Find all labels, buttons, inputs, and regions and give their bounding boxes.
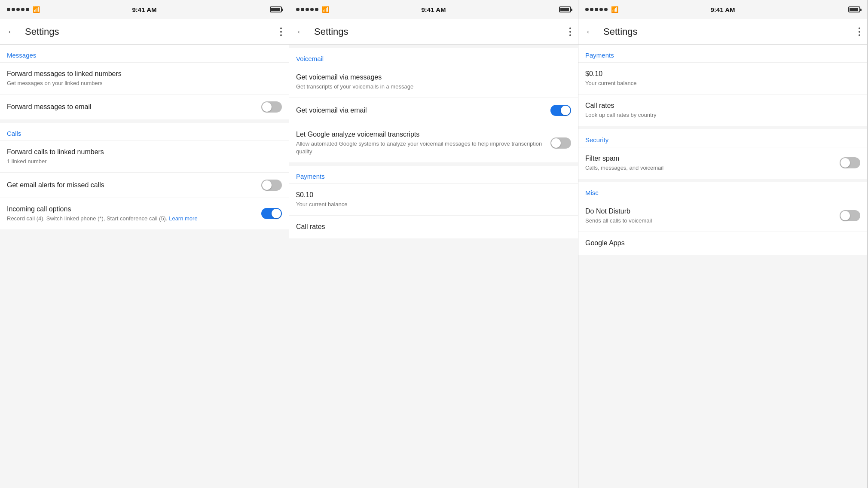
security-header: Security: [578, 129, 867, 147]
page-title-middle: Settings: [314, 26, 569, 37]
incoming-call-options-subtitle: Record call (4), Switch linked phone (*)…: [7, 215, 254, 223]
filter-spam-item[interactable]: Filter spam Calls, messages, and voicema…: [578, 147, 867, 179]
forward-to-email-toggle[interactable]: [261, 101, 282, 113]
calls-header: Calls: [0, 123, 289, 140]
forward-to-email-title: Forward messages to email: [7, 103, 254, 112]
incoming-call-options-text: Incoming call options Record call (4), S…: [7, 205, 261, 223]
back-button-left[interactable]: ←: [7, 26, 16, 37]
panel-left: 📶 9:41 AM ← Settings Messages Forward me…: [0, 0, 289, 488]
payments-header-mid: Payments: [289, 166, 578, 183]
call-rates-mid-text: Call rates: [296, 223, 571, 232]
call-rates-mid-item[interactable]: Call rates: [289, 215, 578, 238]
voicemail-via-email-text: Get voicemail via email: [296, 106, 550, 115]
status-left-right: 📶: [585, 6, 618, 13]
forward-calls-linked-item[interactable]: Forward calls to linked numbers 1 linked…: [0, 140, 289, 172]
status-bar-right: 📶 9:41 AM: [578, 0, 867, 19]
email-alerts-toggle[interactable]: [261, 180, 282, 191]
voicemail-via-messages-title: Get voicemail via messages: [296, 73, 564, 82]
call-rates-right-title: Call rates: [585, 101, 853, 110]
voicemail-header: Voicemail: [289, 48, 578, 66]
google-apps-title: Google Apps: [585, 239, 853, 248]
forward-to-email-item[interactable]: Forward messages to email: [0, 94, 289, 119]
voicemail-email-toggle[interactable]: [550, 105, 571, 116]
more-button-middle[interactable]: [569, 27, 571, 36]
google-analyze-item[interactable]: Let Google analyze voicemail transcripts…: [289, 123, 578, 162]
status-bar-left: 📶 9:41 AM: [0, 0, 289, 19]
app-bar-middle: ← Settings: [289, 19, 578, 45]
do-not-disturb-item[interactable]: Do Not Disturb Sends all calls to voicem…: [578, 200, 867, 232]
back-button-middle[interactable]: ←: [296, 26, 306, 37]
more-button-left[interactable]: [280, 27, 282, 36]
balance-mid-title: $0.10: [296, 191, 564, 200]
voicemail-via-email-title: Get voicemail via email: [296, 106, 544, 115]
forward-calls-linked-subtitle: 1 linked number: [7, 158, 275, 165]
incoming-call-options-item[interactable]: Incoming call options Record call (4), S…: [0, 198, 289, 229]
do-not-disturb-subtitle: Sends all calls to voicemail: [585, 217, 833, 225]
settings-content-middle: Voicemail Get voicemail via messages Get…: [289, 45, 578, 488]
balance-mid-subtitle: Your current balance: [296, 201, 564, 208]
balance-right-text: $0.10 Your current balance: [585, 70, 860, 87]
email-alerts-missed-text: Get email alerts for missed calls: [7, 181, 261, 190]
filter-spam-title: Filter spam: [585, 154, 833, 163]
status-time-right: 9:41 AM: [711, 6, 735, 13]
call-rates-mid-title: Call rates: [296, 223, 564, 232]
back-button-right[interactable]: ←: [585, 26, 595, 37]
signal-dots-right: [585, 8, 608, 11]
payments-section-right: Payments $0.10 Your current balance Call…: [578, 45, 867, 126]
voicemail-via-messages-text: Get voicemail via messages Get transcrip…: [296, 73, 571, 91]
payments-section-middle: Payments $0.10 Your current balance Call…: [289, 166, 578, 238]
balance-right-title: $0.10: [585, 70, 853, 79]
google-analyze-toggle[interactable]: [550, 137, 571, 149]
page-title-left: Settings: [25, 26, 280, 37]
forward-to-email-text: Forward messages to email: [7, 103, 261, 112]
forward-to-linked-item[interactable]: Forward messages to linked numbers Get m…: [0, 62, 289, 94]
status-left: 📶: [7, 6, 40, 13]
filter-spam-subtitle: Calls, messages, and voicemail: [585, 164, 833, 172]
panel-middle: 📶 9:41 AM ← Settings Voicemail Get voice…: [289, 0, 578, 488]
call-rates-right-subtitle: Look up call rates by country: [585, 111, 853, 119]
forward-calls-linked-title: Forward calls to linked numbers: [7, 148, 275, 157]
misc-section: Misc Do Not Disturb Sends all calls to v…: [578, 182, 867, 255]
email-alerts-missed-item[interactable]: Get email alerts for missed calls: [0, 172, 289, 198]
filter-spam-text: Filter spam Calls, messages, and voicema…: [585, 154, 840, 172]
more-button-right[interactable]: [859, 27, 860, 36]
battery-icon-mid: [559, 6, 571, 12]
balance-mid-item[interactable]: $0.10 Your current balance: [289, 183, 578, 215]
forward-to-linked-subtitle: Get messages on your linked numbers: [7, 79, 275, 87]
messages-header: Messages: [0, 45, 289, 62]
call-rates-right-item[interactable]: Call rates Look up call rates by country: [578, 94, 867, 126]
calls-section: Calls Forward calls to linked numbers 1 …: [0, 123, 289, 229]
wifi-icon-right: 📶: [611, 6, 618, 13]
balance-mid-text: $0.10 Your current balance: [296, 191, 571, 208]
messages-section: Messages Forward messages to linked numb…: [0, 45, 289, 119]
do-not-disturb-toggle[interactable]: [840, 210, 860, 221]
signal-dots: [7, 8, 29, 11]
app-bar-right: ← Settings: [578, 19, 867, 45]
call-rates-right-text: Call rates Look up call rates by country: [585, 101, 860, 119]
filter-spam-toggle[interactable]: [840, 157, 860, 168]
incoming-call-toggle[interactable]: [261, 208, 282, 219]
forward-calls-linked-text: Forward calls to linked numbers 1 linked…: [7, 148, 282, 165]
wifi-icon: 📶: [33, 6, 40, 13]
google-analyze-text: Let Google analyze voicemail transcripts…: [296, 130, 550, 156]
settings-content-right: Payments $0.10 Your current balance Call…: [578, 45, 867, 488]
google-apps-item[interactable]: Google Apps: [578, 232, 867, 255]
forward-to-linked-text: Forward messages to linked numbers Get m…: [7, 70, 282, 87]
voicemail-via-email-item[interactable]: Get voicemail via email: [289, 98, 578, 123]
status-right-right: [848, 6, 860, 12]
status-time-middle: 9:41 AM: [422, 6, 446, 13]
google-analyze-subtitle: Allow automated Google systems to analyz…: [296, 140, 544, 156]
voicemail-via-messages-item[interactable]: Get voicemail via messages Get transcrip…: [289, 66, 578, 98]
misc-header: Misc: [578, 182, 867, 200]
voicemail-via-messages-subtitle: Get transcripts of your voicemails in a …: [296, 83, 564, 91]
status-right-mid: [559, 6, 571, 12]
page-title-right: Settings: [603, 26, 859, 37]
do-not-disturb-title: Do Not Disturb: [585, 207, 833, 216]
status-left-mid: 📶: [296, 6, 329, 13]
app-bar-left: ← Settings: [0, 19, 289, 45]
balance-right-item[interactable]: $0.10 Your current balance: [578, 62, 867, 94]
voicemail-section: Voicemail Get voicemail via messages Get…: [289, 48, 578, 162]
google-analyze-title: Let Google analyze voicemail transcripts: [296, 130, 544, 139]
do-not-disturb-text: Do Not Disturb Sends all calls to voicem…: [585, 207, 840, 225]
learn-more-link[interactable]: Learn more: [169, 215, 197, 222]
